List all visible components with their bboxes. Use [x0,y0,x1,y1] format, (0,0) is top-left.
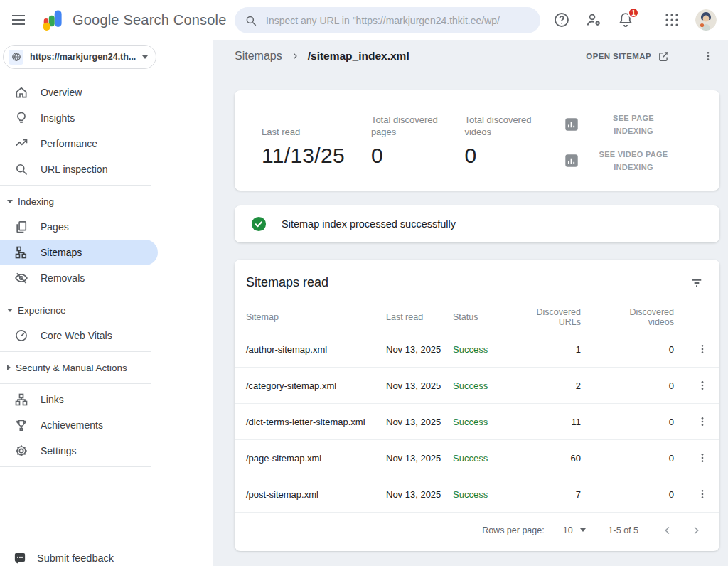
sidebar-section-security-manual-actions[interactable]: Security & Manual Actions [0,355,213,380]
sidebar-section-indexing[interactable]: Indexing [0,188,213,214]
cell-sitemap[interactable]: /dict-terms-letter-sitemap.xml [246,417,386,427]
app-title: Google Search Console [73,12,227,28]
url-inspect-search-bar[interactable] [235,7,540,33]
table-row[interactable]: /category-sitemap.xml Nov 13, 2025 Succe… [235,368,719,404]
home-icon [14,85,28,100]
trending-up-icon [14,137,28,151]
sidebar-item-settings[interactable]: Settings [0,438,213,464]
sidebar-item-label: URL inspection [41,164,107,175]
search-input[interactable] [266,15,530,26]
table-header-row: Sitemap Last read Status Discovered URLs… [235,303,719,331]
user-settings-icon[interactable] [585,11,602,28]
sidebar-item-url-inspection[interactable]: URL inspection [0,156,213,182]
kebab-menu-icon[interactable] [697,416,708,427]
property-value: https://markjurgen24.th... [30,52,136,62]
sidebar-section-experience[interactable]: Experience [0,297,213,323]
section-label: Experience [18,305,66,316]
globe-icon [11,52,21,62]
cell-urls: 7 [524,489,602,500]
cell-urls: 60 [524,453,602,464]
apps-grid-icon[interactable] [663,11,680,28]
table-title: Sitemaps read [246,275,328,290]
sidebar-item-label: Overview [41,87,82,98]
avatar[interactable] [695,9,717,31]
sidebar-item-label: Sitemaps [41,247,82,258]
cell-last-read: Nov 13, 2025 [386,489,453,500]
sidebar-item-label: Core Web Vitals [41,330,112,341]
sidebar-nav: Overview Insights Performance URL inspec… [0,80,213,470]
trophy-icon [14,418,28,432]
sidebar-item-sitemaps[interactable]: Sitemaps [0,240,158,265]
kebab-menu-icon[interactable] [697,380,708,391]
divider [0,294,151,294]
cell-urls: 2 [524,380,602,391]
sidebar-item-achievements[interactable]: Achievements [0,412,213,438]
hamburger-menu-icon[interactable] [10,11,27,28]
chevron-down-icon [580,528,586,532]
rows-per-page-select[interactable]: 10 [563,525,586,535]
sidebar-item-links[interactable]: Links [0,387,213,412]
divider [0,185,151,186]
eye-off-icon [14,271,28,285]
cell-sitemap[interactable]: /category-sitemap.xml [246,380,386,391]
sidebar-item-removals[interactable]: Removals [0,265,213,291]
sidebar-item-performance[interactable]: Performance [0,131,213,156]
cell-videos: 0 [602,344,695,355]
help-icon[interactable] [553,11,570,28]
metric-value: 0 [464,144,544,168]
sidebar: https://markjurgen24.th... Overview Insi… [0,40,213,566]
chevron-right-icon [291,52,299,60]
cell-sitemap[interactable]: /author-sitemap.xml [246,344,386,355]
open-sitemap-button[interactable]: OPEN SITEMAP [586,50,670,63]
sidebar-item-overview[interactable]: Overview [0,80,213,105]
table-row[interactable]: /post-sitemap.xml Nov 13, 2025 Success 7… [235,476,719,513]
cell-last-read: Nov 13, 2025 [386,453,453,464]
submit-feedback-button[interactable]: Submit feedback [0,547,114,566]
filter-icon[interactable] [690,276,704,290]
col-last-read: Last read [386,312,453,322]
cell-status: Success [453,489,524,500]
cell-status: Success [453,344,524,355]
property-selector[interactable]: https://markjurgen24.th... [3,45,156,69]
sidebar-item-insights[interactable]: Insights [0,105,213,131]
see-video-page-indexing-link[interactable]: SEE VIDEO PAGE INDEXING [564,148,671,173]
metric-label: Last read [262,112,341,139]
section-label: Security & Manual Actions [16,363,127,373]
bar-chart-icon [564,117,579,132]
sidebar-item-pages[interactable]: Pages [0,214,213,240]
chevron-down-icon [142,55,148,59]
pages-icon [14,220,28,234]
section-label: Indexing [18,196,54,207]
kebab-menu-icon[interactable] [697,343,708,355]
feedback-label: Submit feedback [37,552,114,564]
banner-message: Sitemap index processed successfully [282,218,456,230]
table-row[interactable]: /author-sitemap.xml Nov 13, 2025 Success… [235,331,719,368]
table-row[interactable]: /page-sitemap.xml Nov 13, 2025 Success 6… [235,440,719,476]
sidebar-item-label: Achievements [41,420,103,431]
cell-sitemap[interactable]: /page-sitemap.xml [246,453,386,464]
kebab-menu-icon[interactable] [702,50,714,62]
previous-page-icon[interactable] [661,524,674,537]
cell-status: Success [453,380,524,391]
search-icon [245,14,257,27]
kebab-menu-icon[interactable] [697,488,708,500]
kebab-menu-icon[interactable] [697,452,708,464]
table-row[interactable]: /dict-terms-letter-sitemap.xml Nov 13, 2… [235,404,719,440]
search-console-logo-icon [41,8,65,32]
cell-urls: 11 [524,417,602,427]
caret-right-icon [7,365,11,370]
globe-chip [9,50,23,65]
col-sitemap: Sitemap [246,312,386,322]
cell-sitemap[interactable]: /post-sitemap.xml [246,489,386,500]
breadcrumb-sitemaps[interactable]: Sitemaps [235,50,282,63]
pagination-range: 1-5 of 5 [609,525,638,535]
metric-label: Total discovered videos [464,112,544,139]
see-page-indexing-link[interactable]: SEE PAGE INDEXING [564,112,671,137]
next-page-icon[interactable] [690,524,702,537]
metric-value: 11/13/25 [262,144,351,168]
rows-per-page-value: 10 [563,525,573,535]
notifications-bell[interactable]: 1 [617,11,634,28]
sidebar-item-core-web-vitals[interactable]: Core Web Vitals [0,323,213,348]
cell-urls: 1 [524,344,602,355]
check-circle-icon [251,216,267,232]
